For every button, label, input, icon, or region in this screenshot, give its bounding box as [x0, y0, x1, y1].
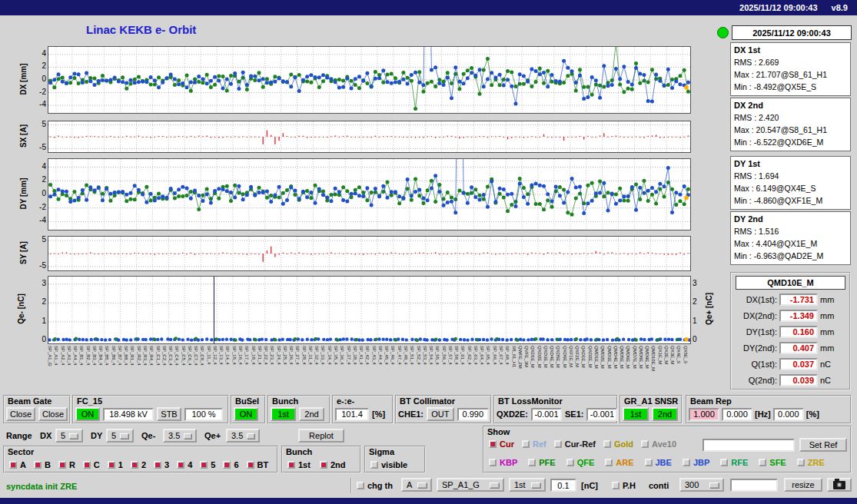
y-tick-label: -2: [32, 88, 46, 96]
show-row-1: CurRefCur-RefGoldAve10: [489, 439, 676, 449]
checkbox-icon[interactable]: [131, 461, 138, 469]
sp-select[interactable]: SP_A1_G: [437, 478, 504, 492]
sector-6[interactable]: 6: [223, 460, 238, 469]
checkbox-icon[interactable]: [83, 461, 91, 469]
conti-label[interactable]: conti: [649, 481, 669, 490]
checkbox-icon[interactable]: [566, 459, 574, 466]
checkbox-icon[interactable]: [287, 461, 295, 469]
checkbox-icon[interactable]: [247, 461, 254, 469]
sector-c[interactable]: C: [83, 460, 100, 469]
checkbox-icon[interactable]: [177, 461, 184, 469]
sector-1[interactable]: 1: [108, 460, 123, 469]
fc15-stb-button[interactable]: STB: [157, 407, 181, 421]
beam-gate-close-button-1[interactable]: Close: [6, 407, 35, 421]
checkbox-icon[interactable]: [605, 459, 613, 466]
beam-gate-close-button-2[interactable]: Close: [38, 407, 68, 421]
show-cur[interactable]: Cur: [489, 439, 514, 449]
threshold-input[interactable]: 0.1: [550, 479, 576, 492]
checkbox-icon[interactable]: [797, 459, 805, 466]
checkbox-icon[interactable]: [108, 461, 115, 469]
show-sfe[interactable]: SFE: [759, 458, 786, 467]
show-ave10[interactable]: Ave10: [641, 439, 676, 449]
chg-th-checkbox[interactable]: chg th: [357, 481, 393, 490]
sector-a[interactable]: A: [9, 460, 26, 469]
sector-5[interactable]: 5: [200, 460, 215, 469]
checkbox-icon[interactable]: [683, 459, 690, 466]
checkbox-icon[interactable]: [522, 440, 530, 448]
range-dy-select[interactable]: 5: [106, 429, 134, 443]
range-dx-select[interactable]: 5: [55, 429, 83, 443]
range-qem-select[interactable]: 3.5: [163, 429, 197, 443]
mode-select[interactable]: A: [401, 478, 432, 492]
show-jbp[interactable]: JBP: [683, 458, 709, 467]
show-jbe[interactable]: JBE: [645, 458, 672, 467]
y-tick-label: 1: [693, 317, 706, 325]
show-rfe[interactable]: RFE: [720, 458, 748, 467]
sector-bt[interactable]: BT: [247, 460, 269, 469]
replot-button[interactable]: Replot: [298, 429, 344, 443]
resize-button[interactable]: resize: [784, 478, 822, 492]
screenshot-button[interactable]: [827, 478, 852, 492]
checkbox-label: Gold: [614, 439, 633, 449]
free-text-input[interactable]: [730, 479, 778, 492]
monitor-rows: DX(1st):-1.731mmDX(2nd):-1.349mmDY(1st):…: [732, 291, 849, 388]
sigma-visible[interactable]: visible: [370, 460, 407, 469]
checkbox-icon[interactable]: [489, 440, 497, 448]
fc15-on-button[interactable]: ON: [75, 407, 100, 421]
bunch-2nd[interactable]: 2nd: [320, 460, 346, 469]
show-qfe[interactable]: QFE: [566, 458, 595, 467]
gr-a1-2nd-button[interactable]: 2nd: [652, 407, 678, 421]
checkbox-icon[interactable]: [58, 461, 66, 469]
ref-name-input[interactable]: [703, 439, 795, 452]
checkbox-icon[interactable]: [720, 459, 728, 466]
checkbox-icon[interactable]: [34, 461, 42, 469]
checkbox-icon[interactable]: [612, 482, 619, 489]
bunch-1st-button[interactable]: 1st: [271, 407, 296, 421]
range-qep-select[interactable]: 3.5: [226, 429, 260, 443]
rep-count-select[interactable]: 300: [679, 478, 724, 492]
x-axis-label: QMD4E_M: [613, 346, 618, 369]
bottom-strip: [0, 498, 857, 504]
checkbox-icon[interactable]: [641, 440, 649, 448]
bunch-order-select[interactable]: 1st: [509, 478, 546, 492]
monitor-row: Q(2nd):0.039nC: [732, 372, 849, 388]
checkbox-icon[interactable]: [320, 461, 327, 469]
checkbox-icon[interactable]: [528, 459, 536, 466]
gr-a1-1st-button[interactable]: 1st: [623, 407, 649, 421]
show-pfe[interactable]: PFE: [528, 458, 555, 467]
monitor-row-label: DY(1st):: [734, 327, 777, 337]
checkbox-icon[interactable]: [489, 459, 497, 466]
checkbox-icon[interactable]: [645, 459, 653, 466]
show-ref[interactable]: Ref: [522, 439, 546, 449]
checkbox-icon[interactable]: [357, 482, 364, 489]
set-ref-button[interactable]: Set Ref: [799, 438, 847, 452]
sector-r[interactable]: R: [58, 460, 75, 469]
x-axis-label: SP_26_4: [289, 346, 294, 365]
sector-3[interactable]: 3: [154, 460, 169, 469]
checkbox-icon[interactable]: [154, 461, 161, 469]
checkbox-icon[interactable]: [603, 440, 611, 448]
checkbox-icon[interactable]: [9, 461, 17, 469]
show-cur-ref[interactable]: Cur-Ref: [554, 439, 596, 449]
sector-2[interactable]: 2: [131, 460, 146, 469]
checkbox-icon[interactable]: [554, 440, 562, 448]
busel-on-button[interactable]: ON: [234, 407, 258, 421]
checkbox-icon[interactable]: [370, 461, 378, 469]
sx-axis-label: SX [A]: [19, 124, 28, 148]
bunch-2nd-button[interactable]: 2nd: [299, 407, 324, 421]
show-kbp[interactable]: KBP: [489, 458, 517, 467]
sector-4[interactable]: 4: [177, 460, 192, 469]
checkbox-icon[interactable]: [223, 461, 231, 469]
che1-out-button[interactable]: OUT: [427, 407, 454, 421]
checkbox-icon[interactable]: [200, 461, 208, 469]
show-gold[interactable]: Gold: [603, 439, 633, 449]
sector-group: Sector ABRC123456BT: [3, 446, 278, 473]
dropdown-indicator-icon: [490, 482, 499, 488]
checkbox-icon[interactable]: [759, 459, 766, 466]
sector-b[interactable]: B: [34, 460, 51, 469]
show-zre[interactable]: ZRE: [797, 458, 825, 467]
bunch-1st[interactable]: 1st: [287, 460, 311, 469]
show-are[interactable]: ARE: [605, 458, 633, 467]
ph-checkbox[interactable]: P.H: [612, 481, 636, 490]
x-axis-label: SP_28_4: [302, 346, 307, 365]
